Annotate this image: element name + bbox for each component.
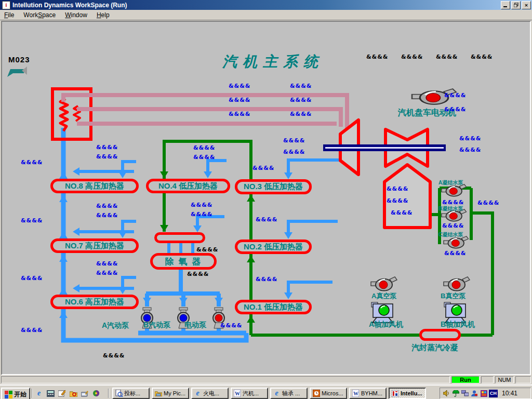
menu-bar: File WorkSpace Window Help <box>0 10 532 20</box>
vacuum-pump-b-label: B真空泵 <box>441 291 466 301</box>
num-lock-indicator: NUM <box>495 376 514 383</box>
restore-button[interactable] <box>511 1 521 9</box>
value-placeholder: &&&& <box>290 111 312 117</box>
deaerator-tank <box>154 232 205 243</box>
task-button-micros[interactable]: Micros... <box>310 388 347 399</box>
system-tray: CH 10:41 <box>440 388 531 399</box>
gland-condenser-label: 汽封蒸汽冷凝 <box>411 343 458 353</box>
shaft-fan-a-label: A轴加风机 <box>369 320 403 329</box>
vacuum-pump-a-label: A真空泵 <box>371 291 396 301</box>
ch-language-badge[interactable]: CH <box>489 390 498 397</box>
run-mode-indicator: Run <box>451 376 480 383</box>
network-icon[interactable] <box>461 389 469 397</box>
heater-no6: NO.6 高压加热器 <box>50 295 139 309</box>
umbrella-antivirus-icon[interactable] <box>451 389 460 397</box>
calculator-icon[interactable] <box>46 389 55 398</box>
value-placeholder: &&&& <box>442 222 464 229</box>
value-placeholder: &&&& <box>196 246 218 253</box>
menu-help[interactable]: Help <box>97 11 110 19</box>
value-placeholder: &&&& <box>442 199 464 206</box>
value-placeholder: &&&& <box>256 276 277 283</box>
heater-no2: NO.2 低压加热器 <box>235 240 312 254</box>
start-button[interactable]: 开始 <box>1 388 30 399</box>
value-placeholder: &&&& <box>387 185 408 192</box>
app-icon: i <box>2 1 10 9</box>
task-button-toubiao[interactable]: 投标... <box>112 388 150 399</box>
value-placeholder: &&&& <box>401 54 423 60</box>
user-icon[interactable] <box>470 389 478 397</box>
value-placeholder: &&&& <box>96 144 118 151</box>
feed-pump-b-label: B汽动泵 <box>143 321 170 330</box>
status-bar: Run NUM <box>0 375 532 384</box>
ime-icon[interactable] <box>480 389 488 397</box>
value-placeholder: &&&& <box>471 54 493 60</box>
minimize-button[interactable] <box>501 1 510 9</box>
value-placeholder: &&&& <box>21 159 43 166</box>
compose-mail-icon[interactable] <box>57 389 66 398</box>
value-placeholder: &&&& <box>220 322 242 329</box>
value-placeholder: &&&& <box>21 275 43 282</box>
close-button[interactable]: × <box>522 1 531 9</box>
ie-icon: e <box>194 390 202 397</box>
heater-no4: NO.4 低压加热器 <box>146 179 230 193</box>
value-placeholder: &&&& <box>444 250 466 257</box>
condensate-pump-b-label: B凝结水泵 <box>438 205 463 212</box>
page-title: 汽机主系统 <box>222 52 324 72</box>
status-panel <box>515 376 531 383</box>
task-button-mypic[interactable]: My Pic... <box>152 388 189 399</box>
menu-window[interactable]: Window <box>65 11 87 19</box>
find-doc-icon <box>115 390 123 397</box>
word-icon: W <box>233 390 241 397</box>
value-placeholder: &&&& <box>191 202 212 208</box>
value-placeholder: &&&& <box>187 271 209 277</box>
value-placeholder: &&&& <box>436 54 458 60</box>
gland-steam-condenser-shape <box>419 329 461 341</box>
svg-text:W: W <box>353 391 358 396</box>
condensate-pump-a-label: A凝结水泵 <box>438 179 463 187</box>
task-button-byhm[interactable]: WBYHM... <box>349 388 387 399</box>
value-placeholder: &&&& <box>191 211 212 218</box>
value-placeholder: &&&& <box>96 153 118 160</box>
condensate-pump-c-label: C凝结水泵 <box>438 231 463 238</box>
word-icon: W <box>352 390 360 397</box>
svg-text:W: W <box>235 391 240 396</box>
menu-file[interactable]: File <box>4 11 14 19</box>
shaft-fan-b-label: B轴加风机 <box>441 320 475 329</box>
intellution-icon <box>391 390 399 397</box>
value-placeholder: &&&& <box>477 200 499 206</box>
picture-tag[interactable]: M023 <box>8 55 30 64</box>
folder-find-icon[interactable] <box>69 389 78 398</box>
menu-workspace[interactable]: WorkSpace <box>23 11 56 19</box>
value-placeholder: &&&& <box>444 92 466 99</box>
value-placeholder: &&&& <box>459 135 481 142</box>
task-button-qiji[interactable]: W汽机... <box>231 388 268 399</box>
value-placeholder: &&&& <box>366 54 388 60</box>
value-placeholder: &&&& <box>256 216 277 223</box>
value-placeholder: &&&& <box>96 270 118 276</box>
value-placeholder: &&&& <box>193 144 215 151</box>
ie-quicklaunch-icon[interactable]: e <box>34 389 44 398</box>
show-desktop-icon[interactable] <box>80 389 89 398</box>
value-placeholder: &&&& <box>229 97 250 103</box>
feed-pump-a-label: A汽动泵 <box>102 321 129 330</box>
value-placeholder: &&&& <box>283 149 305 155</box>
heater-no3: NO.3 低压加热器 <box>235 179 312 194</box>
heater-no1: NO.1 低压加热器 <box>235 300 312 314</box>
folder-icon <box>154 390 162 397</box>
media-player-icon[interactable] <box>91 389 101 398</box>
value-placeholder: &&&& <box>290 97 312 103</box>
value-placeholder: &&&& <box>387 197 408 204</box>
value-placeholder: &&&& <box>229 111 250 117</box>
value-placeholder: &&&& <box>252 165 274 171</box>
value-placeholder: &&&& <box>229 83 250 89</box>
task-button-intellution-active[interactable]: Intellu... <box>389 388 426 399</box>
tray-clock[interactable]: 10:41 <box>502 390 517 397</box>
value-placeholder: &&&& <box>96 212 118 219</box>
value-placeholder: &&&& <box>96 203 118 209</box>
task-button-zhoucheng[interactable]: e轴承 ... <box>270 388 308 399</box>
task-button-huodian[interactable]: e火电... <box>191 388 229 399</box>
volume-icon[interactable] <box>442 389 450 397</box>
status-message-panel <box>1 376 450 383</box>
heater-no7: NO.7 高压加热器 <box>50 238 139 253</box>
motor-pump-label: 电动泵 <box>184 321 206 330</box>
